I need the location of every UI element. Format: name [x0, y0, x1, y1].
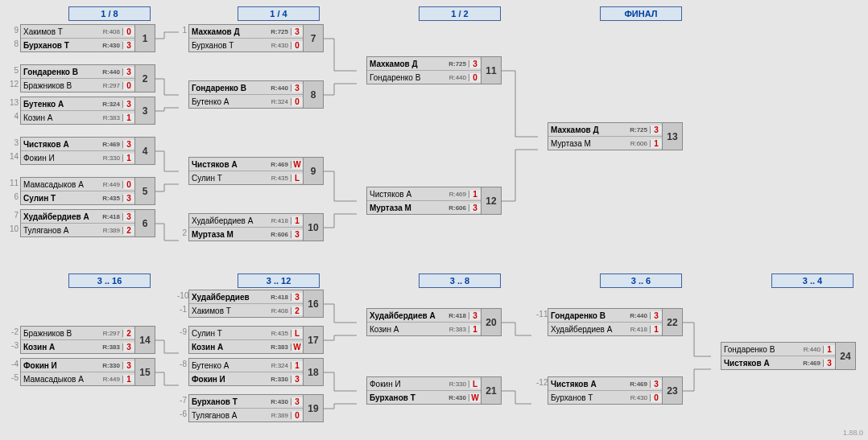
match-player: Козин АR:383W: [189, 340, 303, 353]
player-name: Худайбердиев А: [367, 311, 440, 320]
match: 2Худайбердиев АR:4181Муртаза МR:606310: [188, 213, 324, 241]
match-number: 22: [663, 308, 683, 336]
round-header: ФИНАЛ: [600, 6, 682, 21]
match-number: 24: [836, 342, 856, 370]
match-player: Бурханов ТR:4300: [189, 39, 303, 51]
player-score: 3: [469, 204, 481, 212]
seed: -11: [536, 310, 546, 319]
player-score: 3: [123, 343, 134, 352]
player-rating: R:324: [94, 101, 123, 108]
player-score: 2: [291, 306, 303, 315]
match-number: 3: [135, 97, 155, 125]
round-header: 3 .. 6: [600, 273, 682, 288]
player-score: 3: [123, 68, 134, 76]
match-player: Махкамов ДR:7253: [367, 57, 481, 71]
match-number: 7: [304, 24, 324, 52]
player-name: Худайбердиев: [189, 293, 262, 302]
player-rating: R:383: [94, 114, 123, 121]
match-player: Туляганов АR:3892: [21, 224, 134, 236]
player-name: Худайбердиев А: [548, 325, 622, 334]
player-name: Фокин И: [21, 154, 94, 162]
match-player: Хакимов ТR:4082: [189, 304, 303, 317]
match: -4-5Фокин ИR:3303Мамасадыков АR:449115: [20, 358, 155, 386]
player-rating: R:418: [622, 326, 651, 333]
player-name: Гондаренко В: [189, 84, 262, 93]
player-name: Гондаренко В: [548, 311, 622, 320]
player-name: Бутенко А: [189, 97, 262, 106]
player-rating: R:435: [262, 175, 291, 182]
player-rating: R:330: [440, 380, 469, 388]
seed: 3: [9, 138, 19, 147]
match-player: Фокин ИR:3301: [21, 151, 134, 164]
player-name: Сулин Т: [21, 194, 94, 203]
seed: 12: [9, 80, 19, 88]
match-number: 9: [304, 157, 324, 185]
player-rating: R:435: [262, 330, 291, 337]
match: -7-6Бурханов ТR:4303Туляганов АR:389019: [188, 394, 324, 422]
player-name: Бурханов Т: [548, 393, 622, 402]
player-score: 3: [291, 27, 303, 36]
match-player: Махкамов ДR:7253: [189, 25, 303, 39]
player-name: Махкамов Д: [548, 125, 622, 134]
player-rating: R:324: [262, 98, 291, 105]
player-score: 1: [651, 139, 662, 148]
player-name: Козин А: [21, 343, 94, 352]
player-rating: R:606: [262, 231, 291, 238]
player-rating: R:324: [262, 362, 291, 369]
player-score: 3: [123, 361, 134, 370]
player-name: Муртаза М: [189, 230, 262, 239]
player-rating: R:725: [262, 28, 291, 35]
match: -12Чистяков АR:4693Бурханов ТR:430023: [548, 376, 683, 405]
player-name: Фокин И: [367, 380, 440, 389]
player-rating: R:469: [795, 360, 824, 367]
player-name: Бурханов Т: [367, 393, 440, 402]
player-name: Фокин И: [21, 361, 94, 370]
player-name: Гондаренко В: [21, 68, 94, 76]
seed: 10: [9, 224, 19, 233]
match-number: 10: [304, 213, 324, 241]
player-rating: R:430: [622, 394, 651, 401]
match-number: 15: [135, 358, 155, 386]
player-score: 3: [824, 359, 835, 368]
player-rating: R:606: [440, 204, 469, 212]
match-player: Козин АR:3833: [21, 340, 134, 353]
player-score: W: [291, 160, 303, 169]
round-header: 1 / 2: [419, 6, 501, 21]
player-rating: R:430: [262, 42, 291, 49]
match-player: Бутенко АR:3240: [189, 95, 303, 108]
match-player: Муртаза МR:6061: [548, 137, 662, 150]
player-score: 1: [291, 216, 303, 225]
player-score: 3: [651, 311, 662, 320]
player-rating: R:330: [94, 154, 123, 162]
match-player: Бурханов ТR:4303: [21, 39, 134, 51]
match: -8Бутенко АR:3241Фокин ИR:330318: [188, 358, 324, 386]
player-name: Бурханов Т: [189, 397, 262, 406]
match: 710Худайбердиев АR:4183Туляганов АR:3892…: [20, 209, 155, 237]
match: Чистяков АR:4691Муртаза МR:606312: [366, 187, 502, 215]
player-score: 0: [123, 27, 134, 36]
match-player: Бурханов ТR:4303: [189, 395, 303, 409]
match: Махкамов ДR:7253Муртаза МR:606113: [548, 122, 683, 150]
player-score: 1: [651, 325, 662, 334]
match: Гондаренко ВR:4401Чистяков АR:469324: [721, 342, 856, 370]
player-rating: R:449: [94, 181, 123, 188]
player-rating: R:440: [622, 312, 651, 319]
player-rating: R:389: [262, 412, 291, 419]
player-score: 1: [123, 375, 134, 384]
round-header: 1 / 4: [238, 6, 320, 21]
player-score: L: [291, 329, 303, 338]
player-name: Бутенко А: [21, 100, 94, 109]
seed: -12: [536, 378, 546, 387]
player-name: Хакимов Т: [189, 306, 262, 315]
match-number: 20: [482, 308, 502, 336]
player-rating: R:418: [440, 312, 469, 319]
match-player: Худайбердиев АR:4183: [367, 309, 481, 323]
match-player: Гондаренко ВR:4403: [21, 65, 134, 79]
match-player: Бурханов ТR:430W: [367, 391, 481, 404]
match: Гондаренко ВR:4403Бутенко АR:32408: [188, 80, 324, 109]
seed: -10: [177, 291, 187, 300]
seed: 7: [9, 211, 19, 220]
seed: 5: [9, 66, 19, 75]
match-player: Гондаренко ВR:4401: [721, 343, 835, 356]
player-name: Мамасадыков А: [21, 180, 94, 189]
